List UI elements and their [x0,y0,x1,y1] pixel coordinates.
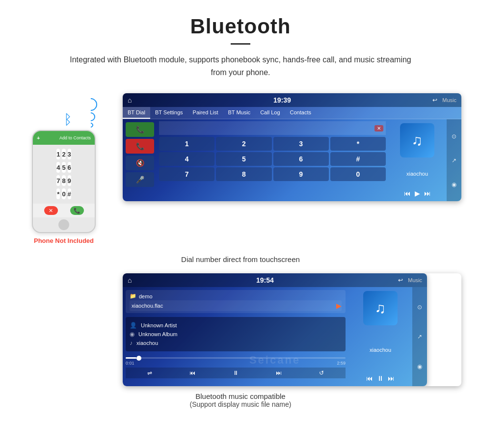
tab-bt-settings[interactable]: BT Settings [150,107,188,119]
file-browser: 📁 demo xiaochou.flac ▶ [126,290,346,313]
key-0[interactable]: 0 [62,188,65,199]
key-4[interactable]: 4 [56,162,60,173]
tab-bt-music[interactable]: BT Music [223,107,256,119]
key-1[interactable]: 1 [56,149,60,159]
screen-tabs: BT Dial BT Settings Paired List BT Music… [123,107,461,119]
home-icon[interactable]: ⌂ [128,96,132,104]
music-controls: ⏮ ▶ ⏭ [404,189,431,197]
tab-bt-dial[interactable]: BT Dial [123,107,150,119]
shuffle-icon[interactable]: ⇌ [147,369,152,376]
progress-knob[interactable] [136,356,141,361]
dial-center: ✕ 1 2 3 * 4 5 6 # 7 8 [157,119,388,201]
folder-row: 📁 demo [130,292,342,300]
end-call-button[interactable]: ✕ [44,206,58,215]
progress-area: 0:01 2:59 [126,353,346,368]
note-icon: ♪ [130,340,133,346]
num-9[interactable]: 9 [273,167,329,181]
top-row: ᛒ + Add to Contacts 1 2 3 4 5 6 7 8 9 [20,93,461,244]
sidebar-icon-3[interactable]: ◉ [452,181,456,188]
music-sidebar-icon-3[interactable]: ◉ [417,363,422,370]
phone-section: ᛒ + Add to Contacts 1 2 3 4 5 6 7 8 9 [20,93,108,244]
sidebar-icon-2[interactable]: ↗ [452,157,456,164]
signal-waves [84,98,93,128]
num-star[interactable]: * [330,137,386,151]
page-title: Bluetooth [0,15,481,38]
album-row: ◉ Unknown Album [130,330,342,339]
key-2[interactable]: 2 [62,149,65,159]
phone-home-button[interactable] [58,219,69,230]
num-3[interactable]: 3 [273,137,329,151]
music-caption-line2: (Support display music file name) [190,400,292,408]
music-info-panel: 👤 Unknown Artist ◉ Unknown Album ♪ xiaoc… [126,317,346,351]
signal-wave-large [82,96,100,114]
music-song-title: xiaochou [406,171,428,177]
pause-btn-2[interactable]: ⏸ [377,374,384,382]
answer-call-button[interactable]: 📞 [126,122,154,137]
dial-left-buttons: 📞 📞 🔇 🎤 [123,119,157,201]
num-4[interactable]: 4 [159,152,214,166]
key-star[interactable]: * [56,188,60,199]
music-album-art-2: ♫ [363,291,398,325]
next-button[interactable]: ⏭ [424,189,431,197]
tab-paired-list[interactable]: Paired List [188,107,223,119]
music-car-screen: ⌂ 19:54 ↩ Music [123,273,461,386]
signal-wave-small [87,122,94,129]
num-1[interactable]: 1 [159,137,214,151]
file-row[interactable]: xiaochou.flac ▶ [130,300,342,311]
key-5[interactable]: 5 [62,162,65,173]
mic-button[interactable]: 🎤 [126,172,154,187]
music-screen-time: 19:54 [256,276,274,284]
progress-bar[interactable] [126,357,346,359]
num-0[interactable]: 0 [330,167,386,181]
music-controls-2: ⏮ ⏸ ⏭ [366,374,395,382]
num-7[interactable]: 7 [159,167,214,181]
music-back-icon[interactable]: ↩ [398,277,403,284]
mute-button[interactable]: 🔇 [126,156,154,170]
next-btn-2[interactable]: ⏭ [388,374,395,382]
artist-row: 👤 Unknown Artist [130,321,342,330]
num-2[interactable]: 2 [216,137,271,151]
bottom-row: ⌂ 19:54 ↩ Music [20,273,461,408]
key-8[interactable]: 8 [62,175,65,186]
folder-icon: 📁 [130,293,136,299]
key-9[interactable]: 9 [68,175,71,186]
play-ctrl[interactable]: ⏸ [233,369,239,376]
key-6[interactable]: 6 [68,162,71,173]
num-5[interactable]: 5 [216,152,271,166]
plus-icon: + [37,135,40,141]
prev-ctrl[interactable]: ⏮ [189,369,195,376]
user-icon: 👤 [130,322,137,329]
music-sidebar-icon-2[interactable]: ↗ [417,333,422,340]
add-contact-label: Add to Contacts [59,135,91,140]
music-caption-line1: Bluetooth music compatible [190,392,292,400]
screen-time: 19:39 [273,96,291,104]
music-body: 📁 demo xiaochou.flac ▶ [123,287,427,386]
time-current: 0:01 [126,361,134,366]
song-row: ♪ xiaochou [130,339,342,347]
prev-btn-2[interactable]: ⏮ [366,374,373,382]
screen-body: 📞 📞 🔇 🎤 ✕ 1 2 3 * [123,119,461,201]
num-hash[interactable]: # [330,152,386,166]
repeat-icon[interactable]: ↺ [319,369,324,376]
play-button[interactable]: ▶ [415,189,420,197]
album-art: ♫ [400,123,434,158]
music-sidebar-icon-1[interactable]: ⊙ [417,304,422,311]
end-call-button-screen[interactable]: 📞 [126,139,154,154]
key-3[interactable]: 3 [68,149,71,159]
tab-call-log[interactable]: Call Log [255,107,285,119]
prev-button[interactable]: ⏮ [404,189,411,197]
key-7[interactable]: 7 [56,175,60,186]
progress-times: 0:01 2:59 [126,361,346,366]
num-8[interactable]: 8 [216,167,271,181]
backspace-button[interactable]: ✕ [374,125,383,132]
sidebar-icon-1[interactable]: ⊙ [452,133,456,140]
num-6[interactable]: 6 [273,152,329,166]
next-ctrl[interactable]: ⏭ [276,369,282,376]
music-left: 📁 demo xiaochou.flac ▶ [123,287,348,386]
call-button[interactable]: 📞 [70,206,84,215]
music-label: Music [442,97,456,103]
music-home-icon[interactable]: ⌂ [128,276,132,284]
key-hash[interactable]: # [68,188,71,199]
tab-contacts[interactable]: Contacts [285,107,316,119]
back-icon[interactable]: ↩ [432,97,437,104]
